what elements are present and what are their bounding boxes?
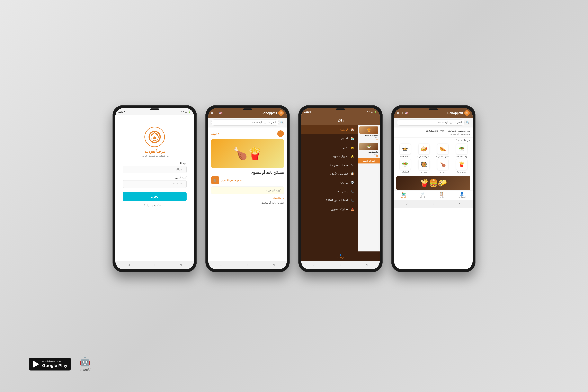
phone3-side-preview: 🍔 ساندويش فيتا بانيه واسط 50 🥗 ساندويش ب… [358, 125, 380, 252]
location-sub: ◆ قسم قصر النيل، محافظ [449, 133, 470, 135]
cat-icon-sandwich: 🥪 [418, 144, 430, 154]
home-btn-1[interactable]: ○ [152, 263, 157, 267]
product-name: تشيكن بانيه أو مشوى [211, 170, 284, 175]
home-btn-3[interactable]: ○ [338, 263, 343, 267]
cat-mixed[interactable]: 🥘 طبوزات [415, 159, 433, 173]
product-sub: تشيكن بانيه أو مشوى [211, 201, 284, 204]
cat-greens[interactable]: 🥗 السلطات [396, 159, 414, 173]
recents-btn-3[interactable]: □ [364, 263, 369, 267]
back-btn-2[interactable]: ◁ [219, 263, 224, 267]
phone-notch-3 [336, 108, 345, 110]
category-grid: 🥗 وجبات سالطة 🌭 سندويشات باردة 🥪 سندويشا… [394, 142, 472, 174]
sidebar-menu: 🏠 الرئيسية 🏪 الفروع 🔒 دخول ⭐ تسجيل عضوية [301, 125, 358, 252]
home-btn-4[interactable]: ○ [431, 202, 436, 206]
cat-icon-hotdog: 🌭 [438, 144, 448, 154]
phone-label: موبايلك [123, 162, 186, 165]
cat-sides[interactable]: 🍟 اضاف جانبية [453, 159, 470, 173]
search-bar-2: 🔍 [208, 118, 287, 128]
hamburger-icon[interactable]: ≡ [211, 111, 213, 115]
contact-menu-icon: 📞 [350, 190, 354, 193]
menu-title: زاكر [338, 118, 344, 122]
cart-nav-icon: 🛒 [420, 192, 424, 196]
wifi-icon: ▲ [185, 110, 187, 113]
side-card-1: 🍔 ساندويش فيتا بانيه واسط 50 [358, 125, 380, 142]
unavailable-text: غير متاح في :- [266, 189, 281, 192]
home-btn-2[interactable]: ○ [245, 263, 250, 267]
menu-item-terms[interactable]: 📋 الشروط والأحكام [301, 170, 358, 178]
back-btn-3[interactable]: ◁ [312, 263, 316, 267]
cat-chicken[interactable]: 🍗 الحويات [434, 159, 452, 173]
recents-btn-1[interactable]: □ [178, 263, 183, 267]
price-label: السعر حسب الأختيار [222, 179, 243, 182]
menu-item-register[interactable]: ⭐ تسجيل عضوية [301, 152, 358, 161]
hamburger-icon-4[interactable]: ≡ [397, 111, 399, 115]
android-bar-1: ◁ ○ □ [116, 261, 194, 269]
logo-circle [144, 127, 165, 147]
back-btn-1[interactable]: ◁ [126, 263, 131, 267]
menu-item-about[interactable]: 💬 من نحن [301, 178, 358, 187]
status-time-3: 12:35 [304, 110, 311, 114]
grid-icon-4[interactable]: ⊞ [400, 111, 403, 115]
play-icon-svg [33, 360, 40, 368]
menu-item-contact[interactable]: 📞 تواصل معنا [301, 187, 358, 196]
menu-item-home[interactable]: 🏠 الرئيسية [301, 125, 358, 134]
menu-item-branches[interactable]: 🏪 الفروع [301, 134, 358, 143]
cat-icon-greens: 🥗 [400, 159, 410, 170]
google-play-badge[interactable]: Available on the Google Play [29, 358, 71, 370]
back-btn-4[interactable]: ◁ [405, 202, 410, 206]
product-card: ↗ › عودة 🍗🍟 تشيكن بانيه أو مشوى 🛒 السعر [208, 128, 287, 261]
nav-settings[interactable]: 👤 الإعدادات [458, 192, 466, 198]
menu-item-share[interactable]: 📤 مشاركة التطبيق [301, 205, 358, 214]
phone-field-group: موبايلك [123, 162, 186, 173]
cat-label-mixed: طبوزات [421, 171, 427, 173]
cat-hotdog[interactable]: 🌭 سندويشات باردة [434, 144, 452, 158]
menu-item-privacy[interactable]: 🛡 سياسة الخصوصية [301, 161, 358, 170]
details-link[interactable]: ‹ التفاصيل [211, 196, 284, 200]
nav-orders[interactable]: 📋 طلباتي [439, 192, 444, 198]
details-chevron-icon: ‹ [282, 196, 284, 200]
grid-icon[interactable]: ⊞ [215, 111, 217, 115]
settings-nav-label: الإعدادات [458, 196, 466, 198]
flag-icon[interactable]: 🇺🇸 [219, 111, 222, 115]
main-container: 12:37 ●● ▲ 🔋 ← [112, 105, 476, 272]
coupons-section[interactable]: كوبونات الخصم [358, 158, 380, 164]
search-icon-4[interactable]: 🔍 [466, 121, 470, 124]
search-icon-2[interactable]: 🔍 [280, 121, 284, 124]
menu-label-login: دخول [342, 146, 348, 149]
phone-input[interactable] [123, 166, 186, 173]
menu-item-login[interactable]: 🔒 دخول [301, 143, 358, 152]
nav-branches[interactable]: 🏪 الفروع [401, 192, 406, 198]
flag-icon-4[interactable]: 🇺🇸 [405, 111, 408, 115]
login-button[interactable]: دخول [123, 192, 186, 201]
app-header-logo-4: BonAppetit [447, 110, 470, 116]
back-link-2[interactable]: › عودة [211, 132, 219, 136]
add-to-cart-button[interactable]: 🛒 [211, 176, 219, 184]
search-input-2[interactable] [211, 120, 279, 126]
android-label: android [80, 368, 90, 372]
search-input-4[interactable] [397, 120, 464, 126]
android-bar-3: ◁ ○ □ [301, 261, 380, 269]
app-name-4: BonAppetit [447, 111, 463, 115]
logo-small-4 [464, 110, 470, 116]
recents-btn-2[interactable]: □ [272, 263, 276, 267]
logo-svg [147, 130, 162, 144]
cat-fillet[interactable]: 🍲 سيفون فيلية [396, 144, 414, 158]
side-sub-1: واسط [359, 136, 378, 138]
menu-item-hotline[interactable]: 📞 الخط الساخن 19101 [301, 196, 358, 205]
details-text: التفاصيل [273, 196, 282, 200]
share-button[interactable]: ↗ [277, 130, 284, 137]
recents-btn-4[interactable]: □ [457, 202, 462, 206]
food-image-emoji: 🍗🍟 [233, 147, 262, 160]
cat-salad[interactable]: 🥗 وجبات سالطة [453, 144, 470, 158]
svg-point-3 [151, 134, 152, 136]
cat-sandwich[interactable]: 🥪 سندويشات باردة [415, 144, 433, 158]
ads-tab-label: الإعلانات [337, 256, 344, 258]
nav-cart[interactable]: 🛒 السلة [420, 192, 425, 198]
orders-nav-label: طلباتي [439, 196, 444, 198]
forgot-password-link[interactable]: نسيت كلمة مرورك ؟ [144, 204, 165, 207]
cat-icon-chicken: 🍗 [438, 159, 448, 170]
back-arrow-1[interactable]: ← [123, 120, 126, 124]
password-input[interactable] [123, 180, 186, 188]
tab-item-ads[interactable]: 👤 الإعلانات [337, 254, 344, 258]
bottom-tab-3: 👤 الإعلانات [301, 252, 380, 261]
